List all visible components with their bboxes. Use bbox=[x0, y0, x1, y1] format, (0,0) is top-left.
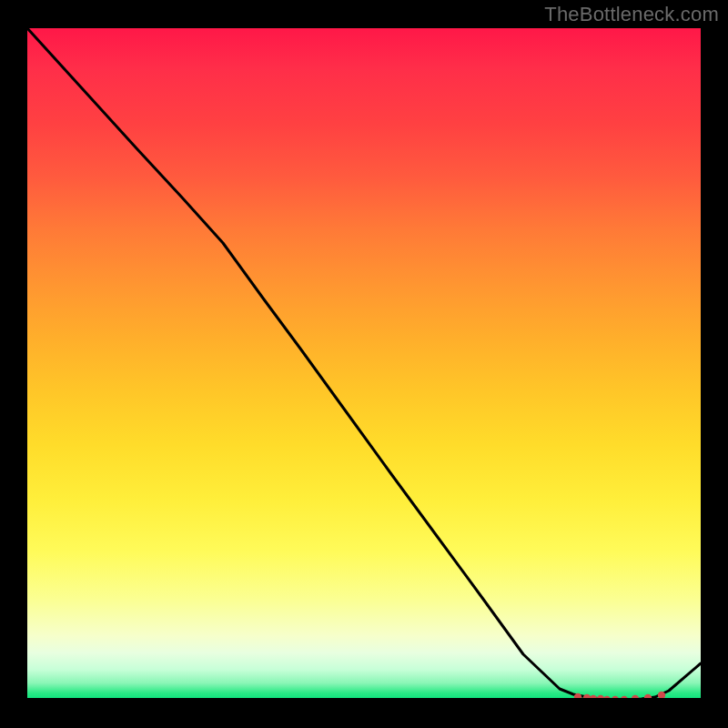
line-layer bbox=[27, 28, 701, 700]
bottleneck-curve bbox=[27, 28, 701, 700]
watermark-text: TheBottleneck.com bbox=[544, 3, 719, 26]
chart-root: TheBottleneck.com bbox=[0, 0, 728, 728]
x-axis-line bbox=[27, 698, 701, 700]
plot-area bbox=[27, 28, 701, 700]
